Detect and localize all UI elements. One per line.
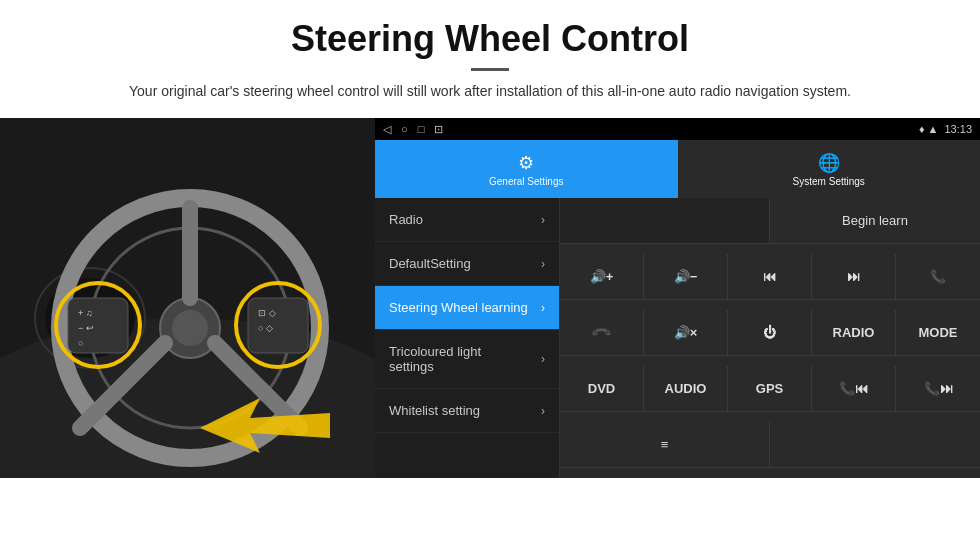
svg-rect-12: [68, 298, 128, 353]
menu-label-radio: Radio: [389, 212, 423, 227]
vol-up-button[interactable]: 🔊+: [560, 254, 644, 299]
tab-bar: ⚙ General Settings 🌐 System Settings: [375, 140, 980, 198]
dvd-label: DVD: [588, 381, 615, 396]
chevron-right-icon: ›: [541, 213, 545, 227]
next-icon: ⏭: [847, 269, 860, 284]
main-content: ● + ♫ − ↩ ○ ⊡ ◇ ○ ◇: [0, 118, 980, 478]
globe-icon: 🌐: [818, 152, 840, 174]
hangup-icon: 📞: [591, 322, 613, 344]
power-button[interactable]: ⏻: [728, 310, 812, 355]
mode-button[interactable]: MODE: [896, 310, 980, 355]
right-control-panel: Begin learn 🔊+ 🔊− ⏮ ⏭: [560, 198, 980, 478]
steering-wheel-svg: ● + ♫ − ↩ ○ ⊡ ◇ ○ ◇: [0, 118, 375, 478]
settings-main: Radio › DefaultSetting › Steering Wheel …: [375, 198, 980, 478]
tab-system-settings[interactable]: 🌐 System Settings: [678, 140, 981, 198]
left-menu: Radio › DefaultSetting › Steering Wheel …: [375, 198, 560, 478]
radio-button[interactable]: RADIO: [812, 310, 896, 355]
svg-text:−  ↩: − ↩: [78, 323, 94, 333]
radio-label: RADIO: [833, 325, 875, 340]
header: Steering Wheel Control Your original car…: [0, 0, 980, 112]
phone-icon: 📞: [930, 269, 946, 284]
prev-track-button[interactable]: ⏮: [728, 254, 812, 299]
status-bar: ◁ ○ □ ⊡ ♦ ▲ 13:13: [375, 118, 980, 140]
phone-next-button[interactable]: 📞⏭: [896, 366, 980, 411]
tab-general-settings[interactable]: ⚙ General Settings: [375, 140, 678, 198]
status-bar-left: ◁ ○ □ ⊡: [383, 123, 443, 136]
header-subtitle: Your original car's steering wheel contr…: [60, 81, 920, 102]
control-row-3: 📞 🔊× ⏻ RADIO MODE: [560, 310, 980, 356]
gear-icon: ⚙: [518, 152, 534, 174]
hangup-button[interactable]: 📞: [560, 310, 644, 355]
menu-item-radio[interactable]: Radio ›: [375, 198, 559, 242]
chevron-right-icon: ›: [541, 301, 545, 315]
back-icon[interactable]: ◁: [383, 123, 391, 136]
control-row-4: DVD AUDIO GPS 📞⏮ 📞⏭: [560, 366, 980, 412]
empty-button-5: [770, 422, 980, 467]
svg-text:+  ♫: + ♫: [78, 308, 93, 318]
menu-label-default: DefaultSetting: [389, 256, 471, 271]
gps-label: GPS: [756, 381, 783, 396]
phone-prev-icon: 📞⏮: [839, 381, 868, 396]
chevron-right-icon: ›: [541, 257, 545, 271]
menu-button[interactable]: ≡: [560, 422, 770, 467]
menu-label-whitelist: Whitelist setting: [389, 403, 480, 418]
status-bar-right: ♦ ▲ 13:13: [919, 123, 972, 135]
menu-item-steering-wheel[interactable]: Steering Wheel learning ›: [375, 286, 559, 330]
call-button[interactable]: 📞: [896, 254, 980, 299]
audio-button[interactable]: AUDIO: [644, 366, 728, 411]
power-icon: ⏻: [763, 325, 776, 340]
page-title: Steering Wheel Control: [60, 18, 920, 60]
mode-label: MODE: [919, 325, 958, 340]
phone-prev-button[interactable]: 📞⏮: [812, 366, 896, 411]
car-image-area: ● + ♫ − ↩ ○ ⊡ ◇ ○ ◇: [0, 118, 375, 478]
screenshot-icon[interactable]: ⊡: [434, 123, 443, 136]
vol-down-icon: 🔊−: [674, 269, 698, 284]
vol-up-icon: 🔊+: [590, 269, 614, 284]
chevron-right-icon: ›: [541, 352, 545, 366]
control-row-5: ≡: [560, 422, 980, 468]
svg-text:⊡  ◇: ⊡ ◇: [258, 308, 276, 318]
audio-label: AUDIO: [665, 381, 707, 396]
menu-item-default-setting[interactable]: DefaultSetting ›: [375, 242, 559, 286]
android-panel: ◁ ○ □ ⊡ ♦ ▲ 13:13 ⚙ General Settings 🌐 S…: [375, 118, 980, 478]
mute-button[interactable]: 🔊×: [644, 310, 728, 355]
dvd-button[interactable]: DVD: [560, 366, 644, 411]
control-row-2: 🔊+ 🔊− ⏮ ⏭ 📞: [560, 254, 980, 300]
signal-icon: ♦ ▲: [919, 123, 939, 135]
recents-icon[interactable]: □: [418, 123, 425, 135]
tab-general-label: General Settings: [489, 176, 564, 187]
prev-icon: ⏮: [763, 269, 776, 284]
tab-system-label: System Settings: [793, 176, 865, 187]
svg-text:○: ○: [78, 338, 83, 348]
mute-icon: 🔊×: [674, 325, 698, 340]
menu-icon: ≡: [661, 437, 669, 452]
vol-down-button[interactable]: 🔊−: [644, 254, 728, 299]
home-icon[interactable]: ○: [401, 123, 408, 135]
clock: 13:13: [944, 123, 972, 135]
key-input-empty: [560, 198, 770, 243]
menu-item-whitelist[interactable]: Whitelist setting ›: [375, 389, 559, 433]
menu-item-tricoloured[interactable]: Tricoloured lightsettings ›: [375, 330, 559, 389]
svg-text:○  ◇: ○ ◇: [258, 323, 273, 333]
control-row-1: Begin learn: [560, 198, 980, 244]
menu-label-steering: Steering Wheel learning: [389, 300, 528, 315]
svg-point-8: [172, 310, 208, 346]
begin-learn-button[interactable]: Begin learn: [770, 198, 980, 243]
menu-label-tricoloured: Tricoloured lightsettings: [389, 344, 481, 374]
chevron-right-icon: ›: [541, 404, 545, 418]
gps-button[interactable]: GPS: [728, 366, 812, 411]
svg-rect-16: [248, 298, 308, 353]
next-track-button[interactable]: ⏭: [812, 254, 896, 299]
divider: [471, 68, 509, 71]
phone-next-icon: 📞⏭: [924, 381, 953, 396]
